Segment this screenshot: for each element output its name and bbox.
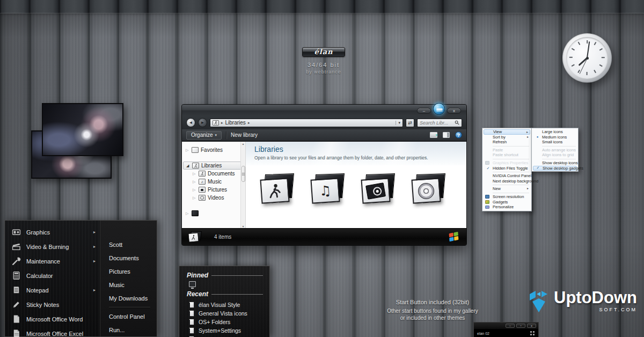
close-button[interactable]: x	[527, 324, 536, 328]
expander-icon[interactable]: ▷	[186, 148, 189, 152]
menu-item-medium-icons[interactable]: ● Medium icons	[533, 135, 577, 140]
recent-item[interactable]: OS+ Folders	[187, 318, 263, 326]
sidebar-item-favorites[interactable]: ▷ Favorites	[182, 146, 245, 154]
desktop-photo-front[interactable]	[42, 103, 123, 156]
search-input[interactable]	[420, 120, 453, 126]
menu-item-label: Large icons	[542, 129, 563, 134]
menu-item-show-desktop-icons[interactable]: Show desktop icons	[533, 160, 577, 166]
explorer-titlebar[interactable]: – x	[182, 105, 466, 116]
menu-item-next-desktop-background[interactable]: Next desktop background	[484, 179, 530, 184]
minimize-button[interactable]: –	[506, 324, 515, 328]
address-bar[interactable]: ▸ Libraries ▸ ▾	[210, 119, 403, 127]
expander-icon[interactable]: ◢	[186, 164, 190, 168]
address-dropdown-icon[interactable]: ▾	[396, 121, 400, 125]
recent-item[interactable]: General Vista icons	[187, 309, 263, 318]
library-pictures[interactable]	[361, 174, 397, 206]
back-button[interactable]: ◄	[186, 118, 195, 127]
submenu-arrow-icon: ▸	[93, 244, 96, 249]
recent-item[interactable]: System+Settings	[187, 326, 263, 335]
explorer-sidebar: ▷ Favorites ◢ Libraries ▷	[182, 142, 246, 228]
start-item-maintenance[interactable]: Maintenance ▸	[5, 254, 100, 268]
start-item-control-panel[interactable]: Control Panel	[100, 310, 157, 323]
start-item-user[interactable]: Scott	[100, 238, 157, 251]
organize-button[interactable]: Organize ▾	[186, 131, 222, 140]
clock-gadget[interactable]	[562, 33, 612, 83]
preview-pane-icon[interactable]	[443, 132, 450, 138]
start-item-sticky-notes[interactable]: Sticky Notes	[5, 297, 100, 312]
maximize-button[interactable]: ▫	[516, 324, 525, 328]
sidebar-item-videos[interactable]: ▷ Videos	[182, 194, 245, 202]
expander-icon[interactable]: ▷	[186, 211, 189, 216]
menu-item-new[interactable]: New ▸	[484, 186, 530, 192]
views-dropdown-icon[interactable]: ▾	[435, 133, 437, 137]
sidebar-item-computer[interactable]: ▷	[182, 209, 245, 217]
recent-item[interactable]: élan Visual Style	[187, 301, 263, 309]
menu-item-gadgets[interactable]: Gadgets	[484, 200, 530, 205]
search-box[interactable]	[417, 119, 462, 127]
menu-item-label: Show desktop icons	[542, 160, 578, 165]
menu-item-hidden-files-toggle[interactable]: ✓ Hidden Files Toggle	[484, 166, 530, 171]
sidebar-item-music[interactable]: ▷ ♪ Music	[182, 178, 245, 186]
sidebar-item-documents[interactable]: ▷ Documents	[182, 170, 245, 178]
word-document-icon	[12, 314, 21, 324]
menu-item-label: Auto arrange icons	[542, 148, 576, 152]
library-videos[interactable]	[411, 174, 448, 206]
scroll-down-icon[interactable]: ▾	[242, 224, 244, 228]
pinned-item-computer[interactable]	[187, 279, 263, 289]
sidebar-item-pictures[interactable]: ▷ Pictures	[182, 186, 245, 194]
menu-item-large-icons[interactable]: Large icons	[533, 129, 577, 135]
calculator-icon	[12, 271, 21, 280]
menu-item-personalize[interactable]: Personalize	[484, 204, 530, 210]
start-item-graphics[interactable]: Graphics ▸	[5, 225, 100, 239]
close-button[interactable]: x	[447, 108, 461, 114]
menu-item-nvidia-control-panel[interactable]: NVIDIA Control Panel	[484, 173, 530, 179]
expander-icon[interactable]: ▷	[193, 172, 196, 176]
refresh-button[interactable]: ⇄	[406, 119, 414, 127]
new-library-button[interactable]: New library	[231, 132, 258, 138]
minimize-button[interactable]: –	[417, 108, 431, 114]
forward-button[interactable]: ►	[198, 118, 207, 127]
start-item-pictures[interactable]: Pictures	[100, 265, 157, 278]
menu-item-label: New	[493, 186, 501, 191]
music-library-icon: ♫	[310, 178, 340, 204]
recent-item-label: General Vista icons	[199, 310, 247, 317]
start-item-calculator[interactable]: Calculator	[5, 268, 100, 283]
start-item-word[interactable]: Microsoft Office Word	[5, 312, 100, 326]
address-library-icon	[213, 120, 219, 126]
menu-item-small-icons[interactable]: Small icons	[533, 140, 577, 145]
promo-text: Start Button included (32bit) Other star…	[349, 299, 516, 321]
recent-item-partial[interactable]	[187, 335, 263, 337]
grid-icon[interactable]	[530, 331, 535, 335]
scroll-up-icon[interactable]: ▴	[242, 142, 244, 145]
menu-item-refresh[interactable]: Refresh	[484, 140, 530, 145]
desktop: élan 34/64 bit by webtrance	[0, 0, 644, 337]
mini-window-titlebar[interactable]: – ▫ x	[474, 323, 538, 329]
document-icon	[189, 302, 194, 308]
breadcrumb[interactable]: Libraries	[225, 120, 246, 126]
menu-item-show-desktop-gadgets[interactable]: ✓ Show desktop gadgets	[533, 166, 577, 171]
crumb-separator[interactable]: ▸	[248, 121, 250, 125]
start-item-run[interactable]: Run...	[100, 323, 157, 336]
maximize-orb-button[interactable]	[433, 103, 445, 115]
uptodown-watermark: UptoDown SOFT.COM	[528, 290, 637, 314]
help-icon[interactable]: ?	[455, 131, 462, 138]
start-item-video-burning[interactable]: Video & Burning ▸	[5, 239, 100, 254]
start-item-documents[interactable]: Documents	[100, 251, 157, 265]
expander-icon[interactable]: ▷	[193, 180, 196, 184]
sidebar-item-libraries[interactable]: ◢ Libraries	[183, 162, 243, 170]
menu-item-label: Medium icons	[542, 135, 567, 140]
start-item-music[interactable]: Music	[100, 278, 157, 291]
sidebar-scrollbar[interactable]: ▴ ▾	[240, 142, 245, 228]
start-item-excel[interactable]: Microsoft Office Excel	[5, 326, 100, 337]
library-music[interactable]: ♫	[310, 174, 347, 206]
library-documents[interactable]	[260, 174, 296, 206]
menu-divider	[493, 172, 529, 172]
menu-item-view[interactable]: View ▸	[484, 129, 530, 135]
expander-icon[interactable]: ▷	[193, 188, 196, 192]
scrollbar-thumb[interactable]	[241, 166, 245, 182]
expander-icon[interactable]: ▷	[193, 196, 196, 200]
menu-item-screen-resolution[interactable]: Screen resolution	[484, 194, 530, 200]
start-item-downloads[interactable]: My Downloads	[100, 291, 157, 305]
start-item-notepad[interactable]: Notepad ▸	[5, 283, 100, 297]
menu-item-sort-by[interactable]: Sort by ▸	[484, 135, 530, 140]
